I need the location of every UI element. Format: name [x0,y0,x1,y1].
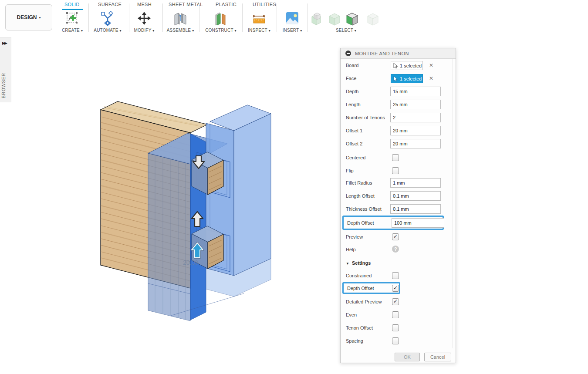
face-label: Face [346,76,356,81]
body-stack-cube-icon[interactable] [312,13,321,25]
insert-label: INSERT [283,28,299,33]
board-clear-icon[interactable]: ✕ [428,62,434,68]
triangle-down-icon: ▼ [346,262,349,266]
chevron-down-icon: ▾ [300,29,302,33]
constrained-checkbox[interactable] [392,272,399,279]
chevron-down-icon: ▾ [269,29,270,33]
length-input[interactable] [390,100,441,109]
length-label: Length [346,102,361,107]
settings-section-header[interactable]: ▼Settings [346,260,371,266]
toolbar-separator [308,3,308,32]
toolbar-separator [162,3,163,32]
board-selection-count: 1 selected [400,63,422,68]
centered-checkbox[interactable] [392,154,399,161]
thickness-offset-input[interactable] [390,204,441,214]
help-label: Help [346,247,356,252]
viewport-3d[interactable]: 20.00 [0,35,588,374]
chevron-down-icon: ▾ [81,29,83,33]
board-select-button[interactable]: 1 selected [391,61,423,70]
dialog-header[interactable]: MORTISE AND TENON [341,48,456,59]
even-label: Even [346,312,357,317]
solid-green-cube-icon[interactable] [347,13,358,25]
dialog-scrollbar[interactable] [453,59,453,348]
tab-mesh[interactable]: MESH [137,2,152,7]
flip-checkbox[interactable] [392,167,399,174]
toolbar-group-modify[interactable]: MODIFY ▾ [137,11,151,28]
even-checkbox[interactable] [392,311,399,318]
insert-image-icon[interactable] [285,11,299,26]
toolbar-group-select[interactable]: SELECT ▾ [310,11,382,29]
toolbar-group-inspect[interactable]: INSPECT ▾ [252,11,267,28]
automate-branch-icon[interactable] [100,11,115,26]
offset1-input[interactable] [390,126,441,135]
face-clear-icon[interactable]: ✕ [428,75,434,81]
tab-utilities[interactable]: UTILITIES [253,2,276,7]
pale-cube-icon[interactable] [329,13,340,25]
constrained-label: Constrained [346,273,372,278]
measure-ruler-icon[interactable] [252,11,267,26]
depth-input[interactable] [390,87,441,96]
toolbar-group-automate[interactable]: AUTOMATE ▾ [100,11,115,28]
collapse-dialog-icon[interactable] [345,51,351,56]
preview-label: Preview [346,234,363,239]
dialog-footer-divider [341,349,456,349]
ok-button[interactable]: OK [395,353,420,361]
toolbar-group-insert[interactable]: INSERT ▾ [285,11,299,28]
depth-offset-setting-checkbox[interactable]: ✓ [392,285,399,292]
fillet-radius-input[interactable] [390,178,441,188]
assemble-label: ASSEMBLE [167,28,191,33]
depth-offset-input[interactable] [392,218,444,228]
select-icons-row [310,11,382,27]
offset2-label: Offset 2 [346,141,362,146]
help-icon[interactable]: ? [392,246,399,253]
length-offset-input[interactable] [390,191,441,201]
detailed-preview-label: Detailed Preview [346,299,382,304]
chevron-down-icon: ▾ [192,29,194,33]
create-label: CREATE [62,28,80,33]
select-label: SELECT [336,28,353,33]
face-select-button[interactable]: 1 selected [391,74,423,83]
toolbar-separator [199,3,199,32]
face-selection-count: 1 selected [400,76,422,81]
preview-checkbox[interactable]: ✓ [392,233,399,240]
create-sketch-icon[interactable] [65,11,79,26]
toolbar-group-create[interactable]: CREATE ▾ [65,11,79,28]
spacing-label: Spacing [346,338,363,344]
toolbar-separator [129,3,129,32]
fillet-radius-label: Fillet Radius [346,180,372,185]
tab-plastic[interactable]: PLASTIC [216,2,237,7]
move-arrows-icon[interactable] [137,11,151,26]
tenon-offset-label: Tenon Offset [346,325,373,330]
dialog-title: MORTISE AND TENON [355,51,409,56]
cancel-button[interactable]: Cancel [424,353,451,361]
tab-solid[interactable]: SOLID [64,2,80,7]
cursor-icon [393,76,398,82]
spacing-checkbox[interactable] [392,337,399,344]
settings-header-label: Settings [352,260,371,266]
toolbar-group-assemble[interactable]: ASSEMBLE ▾ [173,11,188,28]
depth-offset-label: Depth Offset [347,220,374,226]
toolbar-separator [277,3,277,32]
inspect-label: INSPECT [248,28,267,33]
active-tab-indicator [62,9,83,10]
depth-offset-setting-label: Depth Offset [347,286,374,291]
toolbar-group-construct[interactable]: CONSTRUCT ▾ [213,11,228,28]
ghost-cube-icon[interactable] [368,13,378,25]
chevron-down-icon: ▾ [152,29,154,33]
construct-label: CONSTRUCT [205,28,233,33]
tenon-offset-checkbox[interactable] [392,324,399,331]
toolbar-separator [242,3,243,32]
detailed-preview-checkbox[interactable]: ✓ [392,298,399,305]
number-of-tenons-input[interactable] [390,113,441,122]
assemble-joint-icon[interactable] [173,11,188,26]
board-label: Board [346,63,358,68]
flip-label: Flip [346,168,354,173]
construct-planes-icon[interactable] [213,11,228,26]
workspace-label: DESIGN [17,14,37,20]
offset2-input[interactable] [390,139,441,148]
depth-label: Depth [346,89,358,94]
tab-surface[interactable]: SURFACE [98,2,122,7]
cursor-icon [393,63,398,69]
workspace-switcher-button[interactable]: DESIGN ▾ [5,4,52,30]
tab-sheet-metal[interactable]: SHEET METAL [169,2,203,7]
